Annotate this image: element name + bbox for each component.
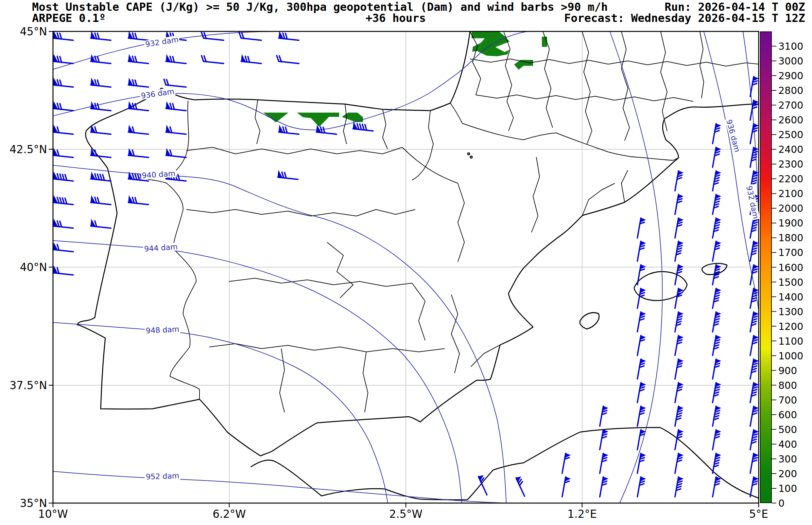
wind-barb <box>675 312 684 333</box>
wind-barb <box>675 218 684 239</box>
wind-barb <box>713 382 721 404</box>
wind-barb <box>637 477 646 498</box>
colorbar-tick-label: 600 <box>778 409 797 420</box>
wind-barb <box>750 453 759 474</box>
wind-barb <box>128 55 149 63</box>
wind-barb <box>713 218 721 239</box>
wind-barb <box>750 265 759 286</box>
colorbar-tick-label: 2400 <box>778 144 803 155</box>
colorbar-tick-label: 2200 <box>778 173 803 184</box>
wind-barb <box>241 55 262 63</box>
wind-barb <box>750 359 759 380</box>
colorbar-tick-label: 1200 <box>778 320 803 332</box>
wind-barb <box>201 56 224 63</box>
colorbar-tick-label: 0 <box>778 497 784 509</box>
lon-label: 2.5°W <box>389 508 422 521</box>
colorbar-tick-label: 900 <box>778 365 797 376</box>
wind-barb <box>166 55 187 63</box>
geopotential-contour-940 <box>53 165 506 503</box>
wind-barb <box>750 382 759 404</box>
colorbar-tick-label: 100 <box>778 482 797 494</box>
wind-barb <box>201 32 224 40</box>
wind-barb <box>637 218 646 239</box>
wind-barb <box>750 100 759 121</box>
wind-barb <box>750 430 759 451</box>
wind-barb <box>713 335 721 357</box>
colorbar-tick-label: 2600 <box>778 114 803 126</box>
colorbar-tick-label: 2000 <box>778 202 803 214</box>
colorbar-tick-label: 200 <box>778 468 797 479</box>
wind-barb <box>91 219 111 228</box>
wind-barb <box>750 147 759 168</box>
wind-barb <box>91 125 111 134</box>
colorbar-tick-label: 1000 <box>778 350 803 361</box>
lon-label: 1.2°E <box>567 508 597 521</box>
colorbar-tick-label: 2900 <box>778 70 803 81</box>
lat-label: 45°N <box>4 25 47 38</box>
geopotential-contour-936 <box>53 31 527 130</box>
wind-barb <box>637 382 646 404</box>
wind-barb <box>713 241 721 262</box>
wind-barb <box>166 102 187 111</box>
wind-barb <box>53 196 74 205</box>
wind-barb <box>166 149 187 158</box>
cape-area <box>297 112 339 127</box>
wind-barb <box>750 477 759 498</box>
colorbar-tick-label: 700 <box>778 394 797 406</box>
wind-barb <box>53 172 74 181</box>
wind-barb <box>600 477 608 498</box>
colorbar-tick-label: 3100 <box>778 41 803 52</box>
wind-barb <box>562 477 571 498</box>
wind-barb <box>166 125 187 134</box>
wind-barb <box>713 288 721 309</box>
wind-barb <box>128 196 149 205</box>
wind-barb <box>278 170 299 179</box>
lat-label: 42.5°N <box>4 143 47 156</box>
wind-barb <box>238 32 262 40</box>
lon-label: 10°W <box>38 508 68 521</box>
island-ibiza <box>580 313 599 329</box>
wind-barb <box>637 241 646 262</box>
wind-barb <box>91 196 111 205</box>
wind-barb <box>750 288 759 309</box>
cape-fill-areas <box>263 32 547 127</box>
wind-barb <box>713 265 721 286</box>
wind-barb <box>713 359 721 380</box>
geopotential-contour-952 <box>53 471 504 503</box>
cape-area <box>542 37 547 47</box>
wind-barb <box>713 477 721 498</box>
wind-barb <box>675 477 684 498</box>
lon-label: 6.2°W <box>213 508 246 521</box>
wind-barb <box>128 31 149 40</box>
wind-barb <box>675 335 684 357</box>
wind-barb <box>675 171 684 192</box>
contour-label: 952 dam <box>144 472 180 481</box>
colorbar <box>760 31 772 503</box>
colorbar-tick-label: 800 <box>778 379 797 391</box>
wind-barb <box>713 194 721 215</box>
wind-barb <box>713 147 721 168</box>
wind-barb <box>637 359 646 380</box>
wind-barb <box>53 219 74 228</box>
wind-barb <box>53 125 74 134</box>
wind-barb <box>675 194 684 215</box>
colorbar-tick-label: 1300 <box>778 306 803 317</box>
contour-label: 948 dam <box>144 325 180 335</box>
coastline-africa <box>251 427 759 500</box>
wind-barb <box>53 78 74 87</box>
axis-ticks <box>49 31 759 507</box>
cape-area <box>263 112 288 122</box>
colorbar-tick-label: 2100 <box>778 188 803 199</box>
wind-barb <box>53 149 74 158</box>
wind-barb <box>750 312 759 333</box>
wind-barb <box>276 56 299 63</box>
lon-label: 5°E <box>749 508 768 521</box>
wind-barb <box>637 430 646 451</box>
wind-barb <box>750 241 759 262</box>
wind-barb <box>750 77 759 97</box>
colorbar-tick-label: 2800 <box>778 85 803 96</box>
wind-barb <box>600 453 608 474</box>
map-canvas <box>0 0 812 525</box>
wind-barb <box>600 430 608 451</box>
wind-barb <box>91 102 111 111</box>
